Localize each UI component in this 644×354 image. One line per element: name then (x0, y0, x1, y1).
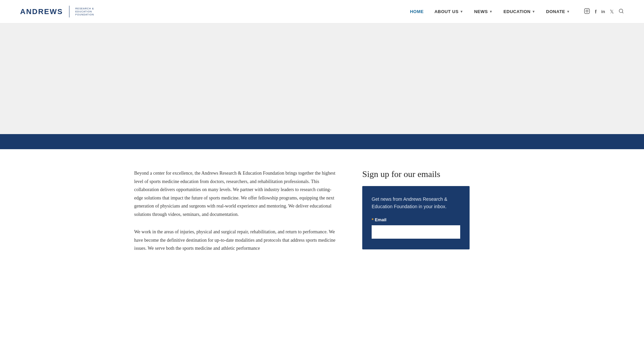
nav-home[interactable]: HOME (410, 9, 424, 14)
site-header: ANDREWS RESEARCH & EDUCATION FOUNDATION … (0, 0, 644, 23)
logo[interactable]: ANDREWS RESEARCH & EDUCATION FOUNDATION (20, 6, 94, 17)
svg-rect-0 (585, 8, 590, 13)
email-label: * Email (372, 217, 460, 223)
facebook-icon[interactable]: f (595, 9, 596, 14)
chevron-down-icon: ▼ (460, 10, 463, 13)
linkedin-icon[interactable]: in (601, 9, 605, 14)
logo-sub3: FOUNDATION (75, 13, 94, 16)
twitter-icon[interactable]: 𝕏 (610, 9, 614, 15)
logo-divider (69, 6, 69, 17)
hero-section (0, 23, 644, 134)
logo-sub1: RESEARCH & (75, 7, 94, 10)
signup-intro: Get news from Andrews Research & Educati… (372, 195, 460, 211)
nav-news[interactable]: NEWS ▼ (474, 9, 492, 14)
chevron-down-icon: ▼ (532, 10, 535, 13)
paragraph-1: Beyond a center for excellence, the Andr… (134, 169, 335, 219)
main-content: Beyond a center for excellence, the Andr… (121, 149, 523, 282)
svg-line-3 (622, 12, 623, 13)
main-nav: HOME ABOUT US ▼ NEWS ▼ EDUCATION ▼ DONAT… (410, 8, 624, 15)
logo-brand: ANDREWS (20, 8, 63, 15)
search-button[interactable] (619, 8, 624, 15)
nav-about-us[interactable]: ABOUT US ▼ (434, 9, 463, 14)
social-links: f in 𝕏 (584, 8, 624, 15)
chevron-down-icon: ▼ (567, 10, 570, 13)
logo-sub2: EDUCATION (75, 10, 94, 13)
signup-box: Get news from Andrews Research & Educati… (362, 186, 470, 249)
nav-education[interactable]: EDUCATION ▼ (503, 9, 535, 14)
chevron-down-icon: ▼ (489, 10, 492, 13)
content-left: Beyond a center for excellence, the Andr… (134, 169, 335, 262)
nav-donate[interactable]: DONATE ▼ (546, 9, 570, 14)
email-input[interactable] (372, 225, 460, 239)
email-field-group: * Email (372, 217, 460, 239)
signup-heading: Sign up for our emails (362, 169, 470, 179)
required-star: * (372, 217, 373, 223)
paragraph-2: We work in the areas of injuries, physic… (134, 228, 335, 253)
instagram-icon[interactable] (584, 8, 590, 15)
content-right: Sign up for our emails Get news from And… (362, 169, 470, 262)
blue-band (0, 134, 644, 149)
